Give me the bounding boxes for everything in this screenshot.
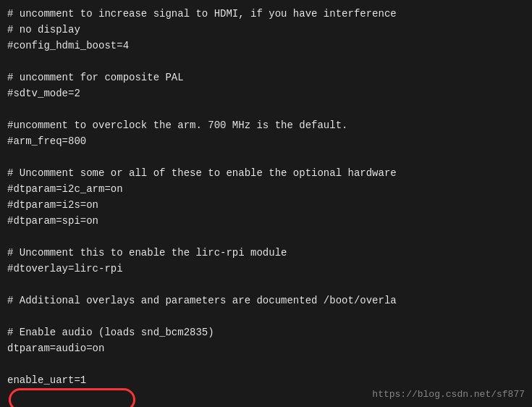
code-line-6: #sdtv_mode=2 — [7, 85, 525, 101]
code-line-21: # Enable audio (loads snd_bcm2835) — [7, 324, 525, 340]
code-line-10 — [7, 149, 525, 165]
code-line-15 — [7, 229, 525, 245]
code-line-23 — [7, 356, 525, 372]
code-line-20 — [7, 309, 525, 324]
code-line-8: #uncomment to overclock the arm. 700 MHz… — [7, 117, 525, 133]
code-line-17: #dtoverlay=lirc-rpi — [7, 261, 525, 277]
editor-container: # uncomment to increase signal to HDMI, … — [0, 0, 532, 407]
code-line-4 — [7, 54, 525, 70]
code-line-3: #config_hdmi_boost=4 — [7, 38, 525, 54]
code-line-12: #dtparam=i2c_arm=on — [7, 181, 525, 197]
code-line-22: dtparam=audio=on — [7, 340, 525, 356]
code-line-7 — [7, 101, 525, 117]
code-line-19: # Additional overlays and parameters are… — [7, 293, 525, 309]
uart-highlight-circle — [9, 388, 135, 407]
code-line-13: #dtparam=i2s=on — [7, 197, 525, 213]
code-line-16: # Uncomment this to enable the lirc-rpi … — [7, 245, 525, 261]
code-line-5: # uncomment for composite PAL — [7, 70, 525, 85]
code-line-2: # no display — [7, 22, 525, 38]
code-lines: # uncomment to increase signal to HDMI, … — [7, 6, 525, 392]
code-line-9: #arm_freq=800 — [7, 133, 525, 149]
code-line-11: # Uncomment some or all of these to enab… — [7, 165, 525, 181]
code-line-24: enable_uart=1 — [7, 372, 86, 388]
code-line-14: #dtparam=spi=on — [7, 213, 525, 229]
code-line-1: # uncomment to increase signal to HDMI, … — [7, 6, 525, 22]
code-line-18 — [7, 277, 525, 293]
highlighted-line-wrapper: enable_uart=1 — [7, 372, 86, 388]
url-badge: https://blog.csdn.net/sf877 — [372, 389, 525, 400]
